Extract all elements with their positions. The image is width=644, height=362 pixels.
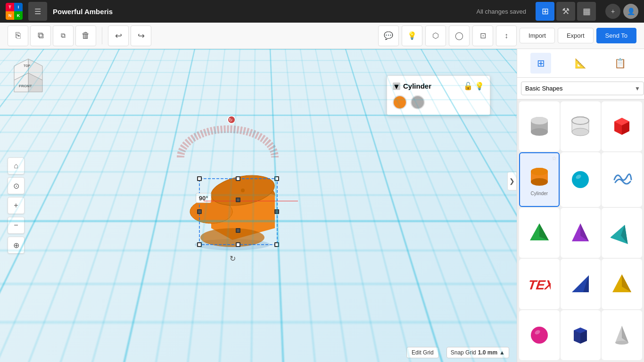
toolbar-right-controls: 💬 💡 ⬡ ◯ ⊡ ↕ Import Export Send To xyxy=(378,25,636,46)
shape-icon-pyramid-green xyxy=(527,220,552,246)
hammer-view-button[interactable]: ⚒ xyxy=(556,2,575,21)
rotate-handle-bottom[interactable]: ↻ xyxy=(230,254,236,263)
svg-point-23 xyxy=(572,117,589,124)
property-panel-colors xyxy=(393,95,484,109)
canvas-area[interactable]: FRONT TOP ⌂ ⊙ + − ⊕ ▼ Cylinder 🔓 💡 xyxy=(0,49,517,362)
left-controls: ⌂ ⊙ + − ⊕ xyxy=(8,157,25,254)
shape-item-pyramid-purple[interactable] xyxy=(561,208,601,258)
shape-icon-cylinder-hole xyxy=(568,114,593,139)
redo-button[interactable]: ↪ xyxy=(131,25,151,46)
shape-icon-cube-red xyxy=(609,114,635,139)
right-panel: ⊞ 📐 📋 Basic Shapes Text & Numbers Connec… xyxy=(517,49,644,362)
shape-item-sphere-teal[interactable] xyxy=(561,152,601,206)
avatar[interactable]: 👤 xyxy=(623,4,638,19)
light-prop-icon[interactable]: 💡 xyxy=(475,82,484,90)
toolbar-divider xyxy=(102,27,102,44)
export-button[interactable]: Export xyxy=(558,28,594,43)
shape-item-wedge-blue[interactable] xyxy=(561,259,601,309)
panel-collapse-arrow[interactable]: ▼ xyxy=(393,82,400,90)
import-button[interactable]: Import xyxy=(520,28,555,43)
shape-item-cylinder-hole[interactable] xyxy=(561,101,601,151)
shape-icon-text: TEXT xyxy=(527,271,552,296)
shape-item-box-navy[interactable] xyxy=(561,310,601,360)
zoom-out-button[interactable]: − xyxy=(8,217,25,234)
view-mode-button[interactable]: ⊕ xyxy=(8,237,25,254)
svg-point-22 xyxy=(572,128,589,136)
shape-item-scribble[interactable] xyxy=(602,152,642,206)
copy-button[interactable]: ⎘ xyxy=(8,25,28,46)
cylinder-label: Cylinder xyxy=(530,191,548,196)
shape-item-pyramid-green[interactable] xyxy=(519,208,560,258)
svg-point-18 xyxy=(531,128,548,136)
shape-item-cylinder-gray[interactable] xyxy=(519,101,560,151)
shape-item-text[interactable]: TEXT xyxy=(519,259,560,309)
shape-item-pyramid-yellow[interactable] xyxy=(602,259,642,309)
logo-i: I xyxy=(14,3,23,11)
panel-collapse-button[interactable]: ❯ xyxy=(507,172,517,190)
svg-point-29 xyxy=(531,178,548,186)
shapes-grid: ☆ Cylinder xyxy=(517,99,644,362)
home-button[interactable]: ⌂ xyxy=(8,157,25,174)
lock-icon[interactable]: 🔓 xyxy=(463,82,473,90)
cylinder-object[interactable]: ↻ 90° xyxy=(181,157,284,254)
view-cube[interactable]: FRONT TOP xyxy=(9,57,47,94)
handle-bottom-center[interactable] xyxy=(236,242,240,247)
blocks-view-button[interactable]: ▦ xyxy=(577,2,596,21)
app-logo[interactable]: T I N K xyxy=(6,3,23,20)
shape-item-cube-red[interactable] xyxy=(602,101,642,151)
flip-button[interactable]: ↕ xyxy=(496,25,517,46)
handle-top-left[interactable] xyxy=(197,176,202,181)
light-button[interactable]: 💡 xyxy=(402,25,422,46)
logo-n: N xyxy=(6,11,14,20)
shape-item-cone-gray[interactable] xyxy=(602,310,642,360)
snap-grid-arrow[interactable]: ▲ xyxy=(499,349,505,356)
handle-top-right[interactable] xyxy=(274,176,279,181)
user-area: + 👤 xyxy=(605,4,638,19)
grid-button[interactable]: ⊡ xyxy=(472,25,493,46)
angle-line xyxy=(204,201,298,201)
solid-color-swatch[interactable] xyxy=(393,95,407,109)
handle-bottom-right[interactable] xyxy=(274,242,279,247)
handle-height[interactable] xyxy=(236,197,240,202)
handle-mid-left[interactable] xyxy=(197,209,202,214)
zoom-in-button[interactable]: + xyxy=(8,197,25,214)
panel-notes-button[interactable]: 📋 xyxy=(610,53,631,74)
undo-button[interactable]: ↩ xyxy=(108,25,129,46)
paste-button[interactable]: ⧉ xyxy=(30,25,51,46)
shape-item-pyramid-teal[interactable] xyxy=(602,208,642,258)
svg-text:FRONT: FRONT xyxy=(19,84,32,88)
shape-icon-pyramid-yellow xyxy=(609,271,635,296)
snap-grid-control: Snap Grid 1.0 mm ▲ xyxy=(446,347,509,358)
shape-item-cylinder[interactable]: ☆ Cylinder xyxy=(519,152,560,206)
panel-grid-button[interactable]: ⊞ xyxy=(530,53,551,74)
shape-selector[interactable]: Basic Shapes Text & Numbers Connectors G… xyxy=(521,82,644,95)
hole-color-swatch[interactable] xyxy=(411,95,425,109)
handle-bottom-left[interactable] xyxy=(197,242,202,247)
shape-icon-scribble xyxy=(609,167,635,192)
handle-mid-right[interactable] xyxy=(274,209,279,214)
bottom-info: Edit Grid Snap Grid 1.0 mm ▲ xyxy=(406,347,509,358)
toolbar: ⎘ ⧉ ⧉ 🗑 ↩ ↪ 💬 💡 ⬡ ◯ ⊡ ↕ Import Export Se… xyxy=(0,23,644,49)
add-user-button[interactable]: + xyxy=(605,4,620,19)
send-to-button[interactable]: Send To xyxy=(596,28,636,43)
grid-view-button[interactable]: ⊞ xyxy=(536,2,554,21)
handle-bottom-center-inner[interactable] xyxy=(236,228,240,233)
shape-item-sphere-pink[interactable] xyxy=(519,310,560,360)
duplicate-button[interactable]: ⧉ xyxy=(53,25,74,46)
svg-point-14 xyxy=(200,228,264,247)
handle-top-center[interactable] xyxy=(236,176,240,181)
list-view-button[interactable]: ☰ xyxy=(28,2,47,21)
topbar: T I N K ☰ Powerful Amberis All changes s… xyxy=(0,0,644,23)
svg-point-19 xyxy=(531,117,548,124)
comment-button[interactable]: 💬 xyxy=(378,25,399,46)
shape-icon-sphere-pink xyxy=(527,322,552,348)
panel-ruler-button[interactable]: 📐 xyxy=(570,53,591,74)
svg-point-13 xyxy=(241,189,245,192)
shape-button[interactable]: ⬡ xyxy=(425,25,446,46)
shape-icon-sphere-teal xyxy=(568,167,593,192)
fit-button[interactable]: ⊙ xyxy=(8,177,25,194)
circle-button[interactable]: ◯ xyxy=(449,25,470,46)
edit-grid-button[interactable]: Edit Grid xyxy=(406,347,439,358)
shape-icon-box-navy xyxy=(568,322,593,348)
delete-button[interactable]: 🗑 xyxy=(75,25,96,46)
